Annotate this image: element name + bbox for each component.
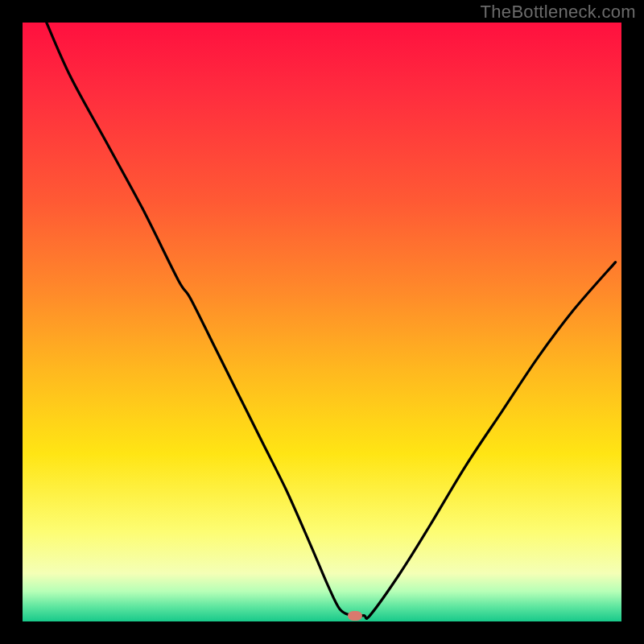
watermark-text: TheBottleneck.com bbox=[481, 2, 636, 23]
chart-frame: TheBottleneck.com bbox=[0, 0, 644, 644]
optimal-point-marker bbox=[348, 611, 362, 621]
gradient-plot-area bbox=[23, 23, 621, 621]
